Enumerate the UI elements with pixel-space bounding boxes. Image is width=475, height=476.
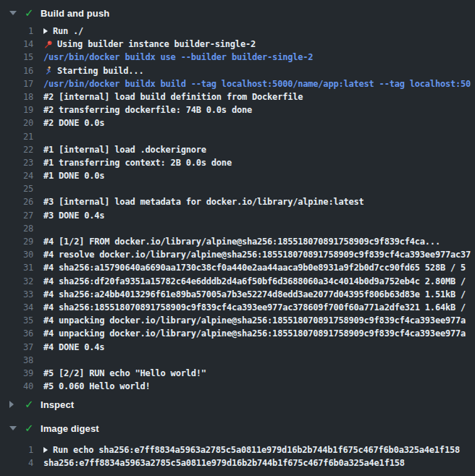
- line-number[interactable]: 32: [0, 275, 33, 288]
- chevron-right-icon[interactable]: [9, 401, 20, 408]
- line-number[interactable]: 27: [0, 209, 33, 222]
- line-number[interactable]: 17: [0, 77, 33, 90]
- log-text: #3 [internal] load metadata for docker.i…: [43, 195, 364, 208]
- log-text: /usr/bin/docker buildx build --tag local…: [43, 77, 471, 90]
- log-line: 39#5 [2/2] RUN echo "Hello world!": [0, 367, 475, 380]
- line-number[interactable]: 1: [0, 25, 33, 38]
- expand-group-arrow-icon[interactable]: [43, 28, 48, 34]
- line-number[interactable]: 24: [0, 169, 33, 182]
- log-text: #4 [1/2] FROM docker.io/library/alpine@s…: [43, 235, 440, 248]
- line-number[interactable]: 23: [0, 156, 33, 169]
- section-log-build-and-push: 1Run ./14Using builder instance builder-…: [0, 25, 475, 393]
- line-number[interactable]: 37: [0, 341, 33, 354]
- log-line: 21: [0, 130, 475, 143]
- log-line: 26#3 [internal] load metadata for docker…: [0, 195, 475, 208]
- log-text: #4 sha256:185518070891758909c9f839cf4ca3…: [43, 301, 466, 314]
- log-line: 36#4 unpacking docker.io/library/alpine@…: [0, 327, 475, 340]
- line-number[interactable]: 4: [0, 456, 33, 469]
- line-number[interactable]: 16: [0, 64, 33, 77]
- log-line: 24#1 DONE 0.0s: [0, 169, 475, 182]
- log-line: 37#4 DONE 0.4s: [0, 341, 475, 354]
- line-number[interactable]: 35: [0, 314, 33, 327]
- log-text: #4 DONE 0.4s: [43, 341, 104, 354]
- line-number[interactable]: 28: [0, 222, 33, 235]
- log-text: Starting build...: [57, 64, 143, 77]
- log-text: /usr/bin/docker buildx use --builder bui…: [43, 51, 313, 64]
- log-text: #2 DONE 0.0s: [43, 116, 104, 129]
- line-number[interactable]: 31: [0, 261, 33, 274]
- section-header-image-digest[interactable]: ✓Image digest: [0, 419, 475, 438]
- section-title: Image digest: [41, 423, 99, 434]
- line-number[interactable]: 40: [0, 380, 33, 393]
- line-number[interactable]: 15: [0, 51, 33, 64]
- log-line: 25: [0, 182, 475, 195]
- log-text: #3 DONE 0.4s: [43, 209, 104, 222]
- runner-icon: [43, 66, 53, 75]
- log-line: 29#4 [1/2] FROM docker.io/library/alpine…: [0, 235, 475, 248]
- chevron-down-icon[interactable]: [9, 11, 20, 15]
- log-line: 17/usr/bin/docker buildx build --tag loc…: [0, 77, 475, 90]
- log-text: #4 resolve docker.io/library/alpine@sha2…: [43, 248, 471, 261]
- log-line: 40#5 0.060 Hello world!: [0, 380, 475, 393]
- log-text: #2 [internal] load build definition from…: [43, 90, 303, 103]
- line-number[interactable]: 25: [0, 182, 33, 195]
- success-check-icon: ✓: [25, 422, 41, 435]
- log-text: #1 transferring context: 2B 0.0s done: [43, 156, 232, 169]
- chevron-down-icon[interactable]: [9, 426, 20, 430]
- log-line: 16Starting build...: [0, 64, 475, 77]
- log-text: #4 unpacking docker.io/library/alpine@sh…: [43, 327, 466, 340]
- log-line: 33#4 sha256:a24bb4013296f61e89ba57005a7b…: [0, 288, 475, 301]
- log-text: sha256:e7ff8834a5963a2785c5a0811e979d16b…: [43, 456, 405, 469]
- line-number[interactable]: 29: [0, 235, 33, 248]
- line-number[interactable]: 19: [0, 103, 33, 116]
- log-line: 28: [0, 222, 475, 235]
- section-header-build-and-push[interactable]: ✓Build and push: [0, 4, 475, 22]
- log-text: Run ./: [53, 25, 83, 38]
- line-number[interactable]: 30: [0, 248, 33, 261]
- log-line: 34#4 sha256:185518070891758909c9f839cf4c…: [0, 301, 475, 314]
- log-line: 23#1 transferring context: 2B 0.0s done: [0, 156, 475, 169]
- line-number[interactable]: 14: [0, 38, 33, 51]
- line-number[interactable]: 33: [0, 288, 33, 301]
- line-number[interactable]: 22: [0, 143, 33, 156]
- log-text: #4 unpacking docker.io/library/alpine@sh…: [43, 314, 466, 327]
- section-title: Build and push: [41, 8, 109, 19]
- log-line: 18#2 [internal] load build definition fr…: [0, 90, 475, 103]
- log-line: 38: [0, 354, 475, 367]
- log-line: 30#4 resolve docker.io/library/alpine@sh…: [0, 248, 475, 261]
- log-line: 27#3 DONE 0.4s: [0, 209, 475, 222]
- log-text: Run echo sha256:e7ff8834a5963a2785c5a081…: [53, 443, 460, 456]
- success-check-icon: ✓: [25, 398, 41, 411]
- log-text: #5 0.060 Hello world!: [43, 380, 151, 393]
- line-number[interactable]: 21: [0, 130, 33, 143]
- success-check-icon: ✓: [25, 7, 41, 20]
- line-number[interactable]: 38: [0, 354, 33, 367]
- actions-log-viewer: ✓Build and push1Run ./14Using builder in…: [0, 0, 475, 476]
- log-text: #4 sha256:a15790640a6690aa1730c38cf0a440…: [43, 261, 466, 274]
- log-text: #1 DONE 0.0s: [43, 169, 104, 182]
- line-number[interactable]: 36: [0, 327, 33, 340]
- line-number[interactable]: 39: [0, 367, 33, 380]
- log-line: 19#2 transferring dockerfile: 74B 0.0s d…: [0, 103, 475, 116]
- log-text: Using builder instance builder-single-2: [57, 38, 256, 51]
- log-text: #5 [2/2] RUN echo "Hello world!": [43, 367, 206, 380]
- log-line: 1Run echo sha256:e7ff8834a5963a2785c5a08…: [0, 443, 475, 456]
- log-line: 31#4 sha256:a15790640a6690aa1730c38cf0a4…: [0, 261, 475, 274]
- log-text: #2 transferring dockerfile: 74B 0.0s don…: [43, 103, 252, 116]
- expand-group-arrow-icon[interactable]: [43, 447, 48, 453]
- log-line: 32#4 sha256:df20fa9351a15782c64e6dddb2d4…: [0, 275, 475, 288]
- line-number[interactable]: 26: [0, 195, 33, 208]
- line-number[interactable]: 20: [0, 116, 33, 129]
- line-number[interactable]: 18: [0, 90, 33, 103]
- log-line: 20#2 DONE 0.0s: [0, 116, 475, 129]
- log-line: 1Run ./: [0, 25, 475, 38]
- line-number[interactable]: 1: [0, 443, 33, 456]
- log-text: #1 [internal] load .dockerignore: [43, 143, 206, 156]
- section-title: Inspect: [41, 399, 74, 410]
- line-number[interactable]: 34: [0, 301, 33, 314]
- log-text: #4 sha256:a24bb4013296f61e89ba57005a7b3e…: [43, 288, 466, 301]
- log-line: 22#1 [internal] load .dockerignore: [0, 143, 475, 156]
- log-line: 35#4 unpacking docker.io/library/alpine@…: [0, 314, 475, 327]
- section-header-inspect[interactable]: ✓Inspect: [0, 395, 475, 414]
- log-line: 15/usr/bin/docker buildx use --builder b…: [0, 51, 475, 64]
